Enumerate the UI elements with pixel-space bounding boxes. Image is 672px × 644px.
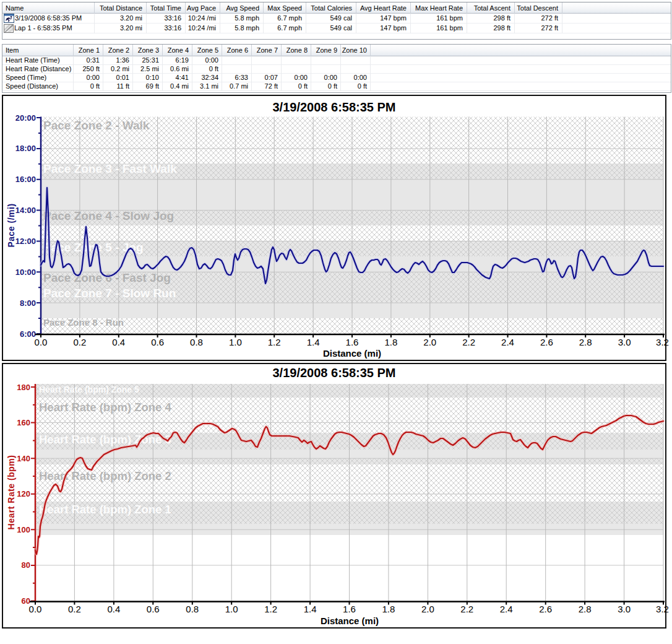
svg-text:12:00: 12:00	[15, 237, 36, 246]
svg-text:Heart Rate (bpm) Zone 4: Heart Rate (bpm) Zone 4	[39, 401, 172, 414]
svg-text:Pace Zone 3 - Fast Walk: Pace Zone 3 - Fast Walk	[43, 162, 177, 175]
svg-text:3.2: 3.2	[656, 604, 669, 614]
svg-text:18:00: 18:00	[15, 144, 36, 153]
svg-text:2.2: 2.2	[460, 604, 473, 614]
svg-text:2.0: 2.0	[423, 337, 436, 347]
svg-text:1.2: 1.2	[264, 604, 277, 614]
svg-text:Heart Rate (bpm) Zone 2: Heart Rate (bpm) Zone 2	[39, 469, 171, 482]
svg-text:0.8: 0.8	[186, 604, 199, 614]
svg-text:80: 80	[22, 560, 30, 570]
svg-text:180: 180	[17, 383, 30, 392]
svg-text:0.0: 0.0	[35, 337, 48, 347]
svg-text:Heart Rate (bpm): Heart Rate (bpm)	[6, 455, 16, 530]
svg-text:2.8: 2.8	[579, 337, 592, 347]
svg-text:Distance (mi): Distance (mi)	[323, 348, 381, 359]
svg-text:1.4: 1.4	[307, 337, 320, 347]
svg-text:0.4: 0.4	[107, 604, 120, 614]
svg-text:2.8: 2.8	[579, 604, 592, 614]
svg-text:Pace Zone 4 - Slow Jog: Pace Zone 4 - Slow Jog	[43, 209, 174, 222]
svg-text:6:00: 6:00	[20, 329, 36, 339]
svg-text:3.0: 3.0	[618, 604, 631, 614]
svg-text:Pace (/mi): Pace (/mi)	[6, 203, 16, 247]
svg-text:1.4: 1.4	[304, 604, 317, 614]
svg-text:3.0: 3.0	[618, 337, 631, 347]
svg-text:1.8: 1.8	[384, 337, 397, 347]
svg-text:2.2: 2.2	[462, 337, 475, 347]
svg-text:1.8: 1.8	[382, 604, 395, 614]
svg-text:Pace Zone 8 - Run: Pace Zone 8 - Run	[43, 317, 124, 328]
svg-text:14:00: 14:00	[15, 206, 36, 215]
svg-text:Heart Rate (bpm) Zone 1: Heart Rate (bpm) Zone 1	[39, 503, 171, 516]
svg-text:Pace Zone 2 - Walk: Pace Zone 2 - Walk	[43, 119, 150, 132]
svg-text:16:00: 16:00	[15, 175, 36, 184]
svg-text:3/19/2008 6:58:35 PM: 3/19/2008 6:58:35 PM	[272, 100, 395, 114]
svg-text:0.8: 0.8	[190, 337, 203, 347]
svg-text:100: 100	[17, 525, 30, 534]
svg-text:0.6: 0.6	[151, 337, 164, 347]
svg-text:1.2: 1.2	[268, 337, 281, 347]
svg-text:Distance (mi): Distance (mi)	[321, 616, 379, 626]
svg-text:2.6: 2.6	[539, 604, 552, 614]
svg-text:3/19/2008 6:58:35 PM: 3/19/2008 6:58:35 PM	[272, 366, 395, 380]
svg-text:2.0: 2.0	[421, 604, 434, 614]
svg-text:140: 140	[17, 454, 30, 463]
svg-text:0.2: 0.2	[73, 337, 86, 347]
svg-text:0.2: 0.2	[68, 604, 81, 614]
svg-text:Pace Zone 7 - Slow Run: Pace Zone 7 - Slow Run	[43, 287, 176, 300]
svg-text:1.0: 1.0	[225, 604, 238, 614]
svg-text:120: 120	[17, 489, 30, 498]
svg-text:2.4: 2.4	[501, 337, 514, 347]
svg-text:0.0: 0.0	[29, 604, 42, 614]
svg-text:160: 160	[17, 418, 30, 427]
svg-text:8:00: 8:00	[20, 298, 36, 308]
svg-text:1.6: 1.6	[343, 604, 356, 614]
svg-text:20:00: 20:00	[15, 113, 36, 123]
svg-text:Heart Rate (bpm) Zone 5: Heart Rate (bpm) Zone 5	[39, 385, 139, 394]
svg-text:2.6: 2.6	[540, 337, 553, 347]
svg-text:2.4: 2.4	[500, 604, 513, 614]
svg-text:10:00: 10:00	[15, 268, 36, 277]
svg-text:0.4: 0.4	[112, 337, 125, 347]
svg-text:0.6: 0.6	[147, 604, 160, 614]
svg-text:1.0: 1.0	[229, 337, 242, 347]
svg-text:3.2: 3.2	[656, 337, 669, 347]
svg-text:1.6: 1.6	[346, 337, 359, 347]
